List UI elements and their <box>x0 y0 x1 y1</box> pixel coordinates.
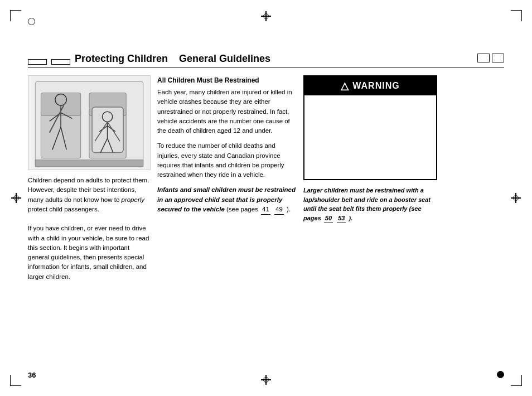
left-para-2: If you have children, or ever need to dr… <box>28 224 151 282</box>
svg-rect-21 <box>35 160 143 167</box>
corner-mark-tr <box>511 10 522 21</box>
left-text-block: Children depend on adults to protect the… <box>28 176 151 282</box>
document-page: Protecting Children General Guidelines <box>0 0 532 396</box>
section-title-2: General Guidelines <box>179 53 270 65</box>
small-box-2 <box>492 54 504 62</box>
bullet-mark-br <box>497 371 504 378</box>
middle-column: All Children Must Be Restrained Each yea… <box>157 75 297 282</box>
warning-box: △ WARNING <box>303 75 437 180</box>
right-column: △ WARNING Larger children must be restra… <box>303 75 437 282</box>
mid-section-title: All Children Must Be Restrained <box>157 75 297 85</box>
small-box-1 <box>477 54 490 62</box>
warning-triangle-icon: △ <box>341 80 349 92</box>
tab-box-1 <box>28 59 47 65</box>
section-title-1: Protecting Children <box>75 53 168 65</box>
corner-mark-bl <box>10 375 21 386</box>
corner-mark-br <box>511 375 522 386</box>
reg-mark-bottom <box>261 375 271 385</box>
mid-para-2: To reduce the number of child deaths and… <box>157 141 297 180</box>
page-ref-50: 50 <box>324 214 333 224</box>
main-content: Protecting Children General Guidelines <box>28 53 504 363</box>
warning-body <box>304 95 436 179</box>
tab-box-2 <box>51 59 70 65</box>
left-para-1: Children depend on adults to protect the… <box>28 176 151 214</box>
warning-label: WARNING <box>352 81 399 91</box>
header-right-boxes <box>477 54 504 65</box>
car-seat-illustration <box>28 75 151 170</box>
properly-italic: properly <box>122 196 145 203</box>
content-grid: Children depend on adults to protect the… <box>28 75 504 282</box>
car-seat-svg <box>28 76 150 170</box>
mid-para-3: Infants and small children must be restr… <box>157 185 297 215</box>
reg-mark-left <box>11 193 21 203</box>
header-tabs: Protecting Children General Guidelines <box>28 53 504 67</box>
page-ref-41: 41 <box>261 205 270 215</box>
page-ref-49: 49 <box>274 205 284 215</box>
warning-caption: Larger children must be restrained with … <box>303 186 437 223</box>
see-pages-41-49: (see pages 41 49 ). <box>226 206 291 213</box>
page-ref-53: 53 <box>337 214 346 224</box>
reg-mark-right <box>511 193 521 203</box>
left-column: Children depend on adults to protect the… <box>28 75 151 282</box>
bullet-mark-tl <box>28 18 35 25</box>
mid-para-1: Each year, many children are injured or … <box>157 88 297 136</box>
page-number: 36 <box>28 371 36 379</box>
warning-header: △ WARNING <box>304 76 436 95</box>
corner-mark-tl <box>10 10 21 21</box>
reg-mark-top <box>261 11 271 21</box>
